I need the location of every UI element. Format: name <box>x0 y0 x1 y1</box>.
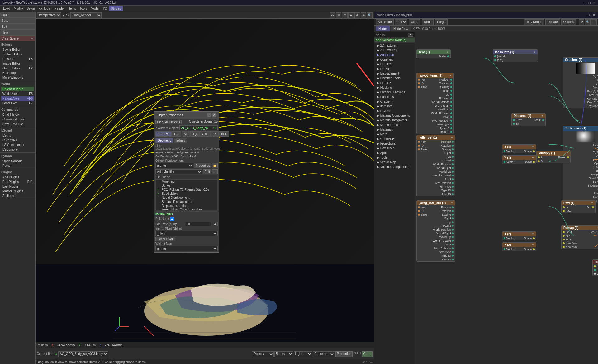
node-x2[interactable]: X (2) ▼ VectorScalar <box>502 231 536 240</box>
node-y2[interactable]: Y (2) ▼ VectorScalar <box>502 242 536 251</box>
pivot-object-select[interactable]: _pivot <box>155 231 218 236</box>
dialog-title-bar[interactable]: Object Properties ─ ✕ <box>154 112 219 119</box>
ne-undo-btn[interactable]: Undo <box>409 19 420 25</box>
lag-rate-input[interactable] <box>185 222 211 226</box>
tab-edges[interactable]: Edges <box>174 138 187 143</box>
sidebar-parent-axes[interactable]: Parent Axes+F6 <box>1 96 34 101</box>
ne-icon-1[interactable]: ⚙ <box>579 19 584 25</box>
ne-tidy-nodes-btn[interactable]: Tidy Nodes <box>524 19 544 25</box>
modifier-nodal-displacement[interactable]: Nodal Displacement <box>156 196 217 200</box>
ne-icon-3[interactable]: + <box>591 19 597 25</box>
node-multiply[interactable]: Multiply (1) ▼ AResult B <box>536 151 571 163</box>
ne-add-node-btn[interactable]: Add Node <box>376 19 394 25</box>
ne-cat-dp-filter[interactable]: ▶ DP Filter <box>374 62 415 67</box>
ne-close-btn[interactable]: ✕ <box>593 13 596 17</box>
sidebar-scene-editor[interactable]: Scene Editor <box>1 47 34 52</box>
lights-select[interactable]: Lights <box>294 351 312 357</box>
ne-cat-material-integrators[interactable]: ▶ Material Integrators <box>374 118 415 123</box>
edit-node-checkbox[interactable] <box>170 217 174 221</box>
menu-item-render[interactable]: Render <box>53 6 67 11</box>
menu-item-io[interactable]: I/O <box>101 6 109 11</box>
sidebar-toolbar-help[interactable]: Help <box>0 30 35 35</box>
sidebar-more-windows[interactable]: More Windows <box>1 75 34 80</box>
dialog-close-btn[interactable]: ✕ <box>212 113 216 117</box>
ne-cat-openvdb[interactable]: ▶ OpenVDB <box>374 137 415 141</box>
menu-item-load[interactable]: Load <box>1 6 12 11</box>
tab-geometry[interactable]: Geometry <box>155 138 173 143</box>
local-pivot-btn[interactable]: Local Pivot <box>155 237 175 241</box>
weight-map-select[interactable]: (none) <box>155 246 218 251</box>
ne-cat-fresnel[interactable]: ▶ Fresnel Functions <box>374 90 415 95</box>
ne-cat-material-components[interactable]: ▶ Material Components <box>374 113 415 118</box>
object-replacement-select[interactable]: (none) <box>155 163 193 168</box>
sidebar-parent-in-place[interactable]: Parent in Place <box>1 87 34 91</box>
ne-cat-item-info[interactable]: ▶ Item Info <box>374 104 415 109</box>
properties-btn[interactable]: Properties <box>194 163 211 168</box>
current-object-select[interactable]: AC_GEO_Body_sp... <box>179 125 218 130</box>
objects-select[interactable]: Objects <box>252 351 274 357</box>
menu-item-modify[interactable]: Modify <box>12 6 25 11</box>
ne-cat-material-tools[interactable]: ▶ Material Tools <box>374 123 415 127</box>
sidebar-toolbar-edit[interactable]: Edit <box>0 24 35 30</box>
tab-primitive[interactable]: Primitive <box>155 131 172 137</box>
ne-purge-btn[interactable]: Purge <box>435 19 448 25</box>
ne-cat-distance-tools[interactable]: ▶ Distance Tools <box>374 76 415 81</box>
node-clip-ctrl[interactable]: _clip_ctrl (1) ▼ ItemPosition IDRotation… <box>416 135 455 196</box>
node-drag-rate-ctrl[interactable]: _drag_rate_ctrl (1) ▼ ItemPosition IDRot… <box>416 200 455 262</box>
sidebar-local-axes[interactable]: Local Axes+F7 <box>1 101 34 105</box>
ne-icon-2[interactable]: 🔍 <box>585 19 591 25</box>
ne-cat-materials[interactable]: ▶ Materials <box>374 127 415 132</box>
vp-icon-7[interactable]: 🔍 <box>367 12 373 18</box>
sidebar-toolbar-clear-scene[interactable]: Clear Scene+4 <box>0 35 35 41</box>
node-pivot-items[interactable]: _pivot_items (1) ▼ ItemPosition IDRotati… <box>416 73 454 134</box>
modifier-pc2[interactable]: ✓ PC2_Pointer 73 Frames Start 0.0s <box>156 188 217 192</box>
current-item-select[interactable]: AC_GEO_Body_sp_v003.body <box>58 351 108 357</box>
modifier-bones[interactable]: Bones <box>156 184 217 188</box>
tab-lg[interactable]: Lg. <box>191 131 200 137</box>
node-pow[interactable]: Pow (1) ▼ InOut Pow <box>561 200 596 213</box>
ne-redo-btn[interactable]: Redo <box>422 19 434 25</box>
tab-fx[interactable]: FX <box>210 131 219 137</box>
sidebar-additional[interactable]: Additional <box>1 194 34 198</box>
sidebar-presets[interactable]: PresetsF8 <box>1 57 34 61</box>
ne-cat-3d-textures[interactable]: ▶ 3D Textures <box>374 48 415 53</box>
modifier-surface-displacement[interactable]: Surface Displacement <box>156 200 217 204</box>
maximize-btn[interactable]: □ <box>588 1 591 5</box>
vp-icon-6[interactable]: ⊗ <box>361 12 366 18</box>
ne-cat-math[interactable]: ▶ Math <box>374 132 415 137</box>
vp-icon-5[interactable]: ⊕ <box>354 12 360 18</box>
node-zero[interactable]: zero (1) ▼ Scalar <box>416 49 451 58</box>
clear-all-objects-btn[interactable]: Clear All Objects <box>155 120 182 124</box>
ne-canvas[interactable]: zero (1) ▼ Scalar Mesh Info (1) ▼ <box>415 32 598 364</box>
ne-minimize-btn[interactable]: ─ <box>586 13 588 17</box>
ne-cat-spot[interactable]: ▶ Spot <box>374 151 415 155</box>
sidebar-lscompiler[interactable]: LSCompiler <box>1 147 34 152</box>
ne-cat-functions[interactable]: ▶ Functions <box>374 95 415 99</box>
sidebar-python[interactable]: Python <box>1 163 34 168</box>
vp-icon-2[interactable]: ⊞ <box>336 12 341 18</box>
timeline-properties-btn[interactable]: Properties <box>335 351 353 357</box>
ne-cat-2d-textures[interactable]: ▶ 2D Textures <box>374 43 415 48</box>
bones-select[interactable]: Bones <box>274 351 293 357</box>
minimize-btn[interactable]: ─ <box>584 1 586 5</box>
node-turbulence[interactable]: Turbulence (1) ▼ Bg Color Color Fg Color… <box>563 126 598 203</box>
ne-options-btn[interactable]: Options <box>561 19 576 25</box>
close-btn[interactable]: ✕ <box>592 1 596 5</box>
ne-cat-fiberfx[interactable]: ▶ FiberFX <box>374 81 415 85</box>
menu-item-tools[interactable]: Tools <box>78 6 89 11</box>
sidebar-image-editor[interactable]: Image Editor <box>1 61 34 66</box>
ne-cat-displacement[interactable]: ▶ Displacement <box>374 71 415 76</box>
modifier-subdivision[interactable]: ✓ Subdivision <box>156 192 217 196</box>
sidebar-lscript[interactable]: LScript <box>1 133 34 138</box>
ne-category-add-selected[interactable]: Add Selected Node(s) <box>374 38 415 43</box>
vp-icon-1[interactable]: ⚙ <box>330 12 335 18</box>
lag-rate-anim-btn[interactable]: ● <box>213 222 218 226</box>
tab-inst[interactable]: Inst. <box>219 131 229 137</box>
menu-item-fx-tools[interactable]: FX Tools <box>37 6 53 11</box>
menu-item-items[interactable]: Items <box>66 6 78 11</box>
ne-cat-projections[interactable]: ▶ Projections <box>374 141 415 146</box>
ne-update-btn[interactable]: Update <box>545 19 560 25</box>
node-mesh-info[interactable]: Mesh Info (1) ▼ (world) (self) <box>493 49 538 62</box>
sidebar-last-plugin[interactable]: Last Plugin <box>1 184 34 189</box>
ne-cat-volume-components[interactable]: ▶ Volume Components <box>374 165 415 169</box>
